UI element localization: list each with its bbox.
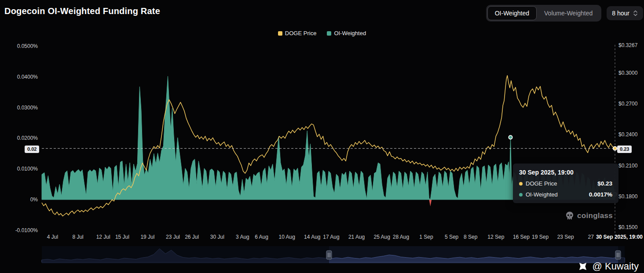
left-axis-tick: -0.0100% xyxy=(15,227,38,233)
left-axis-tick: 0.0300% xyxy=(17,105,38,111)
funding-rate-chart[interactable]: 0.0500%0.0400%0.0300%0.0200%0.0100%0%-0.… xyxy=(0,39,644,246)
x-axis-tick: 23 Jul xyxy=(166,234,180,240)
tooltip-label-oi-weighted: OI-Weighted xyxy=(526,191,558,198)
attribution: @ Kuwaity xyxy=(577,261,639,272)
range-navigator[interactable] xyxy=(0,246,644,264)
right-axis-tick: $0.1800 xyxy=(618,193,638,200)
legend-label-doge-price: DOGE Price xyxy=(285,30,317,36)
funding-crosshair-label: 0.02 xyxy=(25,146,39,153)
left-axis-tick: 0.0200% xyxy=(17,135,38,141)
funding-rate-page: Dogecoin OI-Weighted Funding Rate OI-Wei… xyxy=(0,0,644,273)
x-axis-tick: 19 Jul xyxy=(140,234,154,240)
page-title: Dogecoin OI-Weighted Funding Rate xyxy=(4,6,160,16)
x-axis-tick: 17 Aug xyxy=(323,234,339,240)
x-axis-tick: 16 Sep xyxy=(513,234,530,240)
x-axis-tick: 1 Sep xyxy=(419,234,433,240)
x-axis-tick: 26 Jul xyxy=(185,234,199,240)
header-controls: OI-Weighted Volume-Weighted 8 hour xyxy=(486,5,643,22)
right-axis-tick: $0.1500 xyxy=(618,224,638,230)
x-axis-tick: 19 Sep xyxy=(532,234,549,240)
x-axis-tick: 3 Aug xyxy=(236,234,249,240)
sort-arrows-icon xyxy=(633,10,638,17)
series-marker xyxy=(613,146,617,150)
right-axis-tick: $0.2400 xyxy=(618,131,638,138)
coinglass-wordmark: coinglass xyxy=(577,211,613,220)
x-axis-tick: 8 Jul xyxy=(72,234,83,240)
current-time-label: 30 Sep 2025, 19:00 xyxy=(596,234,643,240)
legend-item-doge-price[interactable]: DOGE Price xyxy=(278,30,317,36)
tooltip-label-doge-price: DOGE Price xyxy=(526,180,557,187)
left-axis-tick: 0.0100% xyxy=(17,166,38,172)
x-axis-tick: 4 Jul xyxy=(47,234,58,240)
chart-legend: DOGE Price OI-Weighted xyxy=(0,30,644,36)
tooltip-row-doge-price: DOGE Price $0.23 xyxy=(519,180,612,187)
right-axis-tick: $0.3000 xyxy=(618,70,638,76)
legend-item-oi-weighted[interactable]: OI-Weighted xyxy=(327,30,366,36)
x-axis-tick: 30 Jul xyxy=(210,234,224,240)
x-axis-tick: 15 Jul xyxy=(115,234,129,240)
attribution-text: @ Kuwaity xyxy=(593,261,639,272)
tooltip-value-doge-price: $0.23 xyxy=(597,180,612,187)
weighting-toggle: OI-Weighted Volume-Weighted xyxy=(486,5,602,22)
tooltip-value-oi-weighted: 0.0017% xyxy=(589,191,612,198)
interval-label: 8 hour xyxy=(612,10,629,17)
tab-volume-weighted[interactable]: Volume-Weighted xyxy=(537,6,600,20)
series-marker xyxy=(509,135,512,139)
x-axis-tick: 12 Jul xyxy=(96,234,110,240)
coinglass-watermark: coinglass xyxy=(565,211,613,221)
x-axis-tick: 5 Sep xyxy=(445,234,459,240)
x-axis-tick: 21 Aug xyxy=(348,234,365,240)
price-crosshair-label: 0.23 xyxy=(617,146,632,153)
tooltip-timestamp: 30 Sep 2025, 19:00 xyxy=(519,169,612,176)
x-axis-tick: 12 Sep xyxy=(487,234,504,240)
x-axis-tick: 25 Aug xyxy=(374,234,390,240)
navigator-mask-left xyxy=(42,246,329,264)
legend-label-oi-weighted: OI-Weighted xyxy=(334,30,366,36)
x-axis-tick: 23 Sep xyxy=(557,234,574,240)
interval-select[interactable]: 8 hour xyxy=(607,6,643,20)
coinglass-skull-icon xyxy=(565,211,574,221)
x-axis-tick: 10 Aug xyxy=(279,234,295,240)
tab-oi-weighted[interactable]: OI-Weighted xyxy=(487,6,537,20)
chart-tooltip: 30 Sep 2025, 19:00 DOGE Price $0.23 OI-W… xyxy=(513,164,618,203)
right-axis-tick: $0.2700 xyxy=(618,101,638,107)
navigator-handle-right[interactable] xyxy=(615,251,621,259)
x-axis-tick: 28 Aug xyxy=(393,234,409,240)
right-axis-tick: $0.2100 xyxy=(618,163,638,169)
doge-price-swatch xyxy=(278,31,282,36)
left-axis-tick: 0.0500% xyxy=(17,43,38,49)
kuwaity-logo-icon xyxy=(577,261,589,272)
x-axis-tick: 6 Aug xyxy=(255,234,268,240)
x-axis-tick: 27 xyxy=(588,234,594,240)
left-axis-tick: 0% xyxy=(30,197,38,203)
left-axis-tick: 0.0400% xyxy=(17,74,38,80)
oi-weighted-dot xyxy=(519,193,523,197)
doge-price-dot xyxy=(519,182,523,186)
navigator-handle-left[interactable] xyxy=(326,251,332,259)
x-axis-tick: 14 Aug xyxy=(304,234,320,240)
oi-weighted-swatch xyxy=(327,31,331,36)
right-axis-tick: $0.3267 xyxy=(618,42,638,48)
x-axis-tick: 8 Sep xyxy=(464,234,478,240)
tooltip-row-oi-weighted: OI-Weighted 0.0017% xyxy=(519,191,612,198)
